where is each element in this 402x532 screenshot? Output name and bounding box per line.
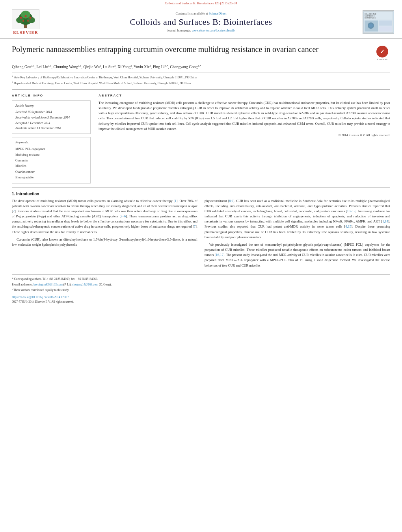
affiliation-a: a State Key Laboratory of Biotherapy/Col… bbox=[12, 74, 390, 80]
svg-rect-19 bbox=[379, 26, 392, 32]
footnotes-section: * Corresponding authors. Tel.: +86 28 85… bbox=[12, 274, 390, 293]
ref-7[interactable]: 7 bbox=[194, 224, 195, 228]
svg-point-7 bbox=[30, 17, 32, 19]
issn-line: 0927-7765/© 2014 Elsevier B.V. All right… bbox=[12, 300, 390, 304]
svg-point-6 bbox=[20, 17, 22, 19]
doi-section: http://dx.doi.org/10.1016/j.colsurfb.201… bbox=[12, 295, 390, 304]
svg-point-9 bbox=[22, 20, 24, 22]
elsevier-logo: ELSEVIER bbox=[8, 9, 43, 35]
ref-10-13[interactable]: 10–13 bbox=[347, 209, 355, 213]
journal-header: ELSEVIER Contents lists available at Sci… bbox=[0, 6, 402, 39]
contents-available-line: Contents lists available at ScienceDirec… bbox=[47, 12, 355, 15]
journal-thumbnail: COLLOIDS AND SURFACES B BIOINTERFACES bbox=[359, 10, 394, 34]
keywords-title: Keywords: bbox=[15, 140, 87, 145]
svg-text:BIOINTERFACES: BIOINTERFACES bbox=[365, 17, 376, 19]
keyword-4: Micelles bbox=[15, 163, 87, 169]
ref-4-15[interactable]: 4,15 bbox=[345, 224, 351, 228]
abstract-column: ABSTRACT The increasing emergence of mul… bbox=[99, 94, 390, 184]
section1-heading: 1. Introduction bbox=[12, 192, 390, 196]
elsevier-tree-image bbox=[12, 9, 39, 29]
homepage-link[interactable]: www.elsevier.com/locate/colsurfb bbox=[192, 29, 234, 32]
section-divider bbox=[12, 187, 390, 188]
received-date: Received 15 September 2014 bbox=[15, 109, 87, 115]
doi-url[interactable]: http://dx.doi.org/10.1016/j.colsurfb.201… bbox=[12, 295, 69, 299]
svg-point-10 bbox=[27, 20, 29, 22]
ref-2[interactable]: 2 bbox=[13, 209, 15, 213]
ref-1[interactable]: 1 bbox=[175, 199, 177, 203]
crossmark-label: CrossMark bbox=[377, 58, 388, 61]
ref-16-17[interactable]: 16,17 bbox=[216, 253, 223, 257]
equal-contribution-note: ¹ These authors contributed equally to t… bbox=[12, 288, 390, 293]
doi-link-line: http://dx.doi.org/10.1016/j.colsurfb.201… bbox=[12, 295, 390, 300]
revised-date: Received in revised form 3 December 2014 bbox=[15, 115, 87, 120]
journal-title-block: Contents lists available at ScienceDirec… bbox=[47, 12, 355, 32]
crossmark-icon: ✓ bbox=[376, 46, 388, 57]
authors-line: Qiheng Goua,1, Lei Liua,1, Chunting Wang… bbox=[12, 64, 390, 70]
keyword-1: MPEG-PCL copolymer bbox=[15, 146, 87, 152]
body-para-4: We previously investigated the use of mo… bbox=[205, 242, 390, 268]
crossmark-logo: ✓ CrossMark bbox=[374, 46, 390, 61]
abstract-heading: ABSTRACT bbox=[99, 94, 390, 97]
affiliation-b: b Department of Medical Oncology, Cancer… bbox=[12, 80, 390, 85]
body-right-column: phytoconstituent [8,9]. CUR has been use… bbox=[205, 198, 390, 271]
body-two-columns: The development of multidrug resistant (… bbox=[12, 198, 390, 271]
body-left-column: The development of multidrug resistant (… bbox=[12, 198, 197, 271]
main-content: Polymeric nanoassemblies entrapping curc… bbox=[0, 39, 402, 308]
top-banner: Colloids and Surfaces B: Biointerfaces 1… bbox=[0, 0, 402, 6]
banner-text: Colloids and Surfaces B: Biointerfaces 1… bbox=[165, 2, 237, 5]
homepage-line: journal homepage: www.elsevier.com/locat… bbox=[47, 29, 355, 32]
ref-8-9[interactable]: 8,9 bbox=[229, 199, 233, 203]
article-title-section: Polymeric nanoassemblies entrapping curc… bbox=[12, 44, 390, 61]
article-history-box: Article history: Received 15 September 2… bbox=[12, 100, 91, 134]
article-info-heading: ARTICLE INFO bbox=[12, 94, 91, 97]
keyword-5: Ovarian cancer bbox=[15, 169, 87, 175]
elsevier-wordmark: ELSEVIER bbox=[13, 30, 38, 35]
keyword-2: Multidrug resistant bbox=[15, 152, 87, 158]
accepted-date: Accepted 5 December 2014 bbox=[15, 120, 87, 126]
copyright-line: © 2014 Elsevier B.V. All rights reserved… bbox=[99, 133, 390, 138]
svg-rect-18 bbox=[379, 20, 392, 26]
email-2-link[interactable]: chygang14@163.com bbox=[72, 283, 98, 286]
info-abstract-section: ARTICLE INFO Article history: Received 1… bbox=[12, 89, 390, 184]
article-title: Polymeric nanoassemblies entrapping curc… bbox=[12, 44, 370, 54]
svg-text:SURFACES B: SURFACES B bbox=[365, 15, 375, 17]
article-info-column: ARTICLE INFO Article history: Received 1… bbox=[12, 94, 91, 184]
keyword-3: Curcumin bbox=[15, 158, 87, 163]
ref-3-6[interactable]: 3–6 bbox=[121, 214, 126, 218]
svg-point-8 bbox=[25, 15, 27, 17]
svg-rect-16 bbox=[365, 20, 392, 20]
svg-point-21 bbox=[369, 24, 373, 28]
history-title: Article history: bbox=[15, 103, 87, 109]
keyword-6: Biodegradable bbox=[15, 175, 87, 180]
sciencedirect-link[interactable]: ScienceDirect bbox=[209, 12, 227, 15]
journal-name-title: Colloids and Surfaces B: Biointerfaces bbox=[47, 17, 355, 27]
available-date: Available online 13 December 2014 bbox=[15, 126, 87, 131]
body-para-3: phytoconstituent [8,9]. CUR has been use… bbox=[205, 198, 390, 240]
body-para-1: The development of multidrug resistant (… bbox=[12, 198, 197, 235]
corresponding-note: * Corresponding authors. Tel.: +86 28 85… bbox=[12, 277, 390, 282]
body-para-2: Curcumin (CUR), also known as diferuloyl… bbox=[12, 237, 197, 247]
ref-1-14[interactable]: 1,14 bbox=[382, 219, 388, 223]
affiliations-block: a State Key Laboratory of Biotherapy/Col… bbox=[12, 72, 390, 85]
abstract-text: The increasing emergence of multidrug-re… bbox=[99, 100, 390, 138]
email-line: E-mail addresses: keepingmd68@163.com (P… bbox=[12, 282, 390, 287]
keywords-box: Keywords: MPEG-PCL copolymer Multidrug r… bbox=[12, 137, 91, 184]
journal-cover-image: COLLOIDS AND SURFACES B BIOINTERFACES bbox=[363, 10, 394, 34]
svg-point-5 bbox=[21, 11, 30, 19]
email-1-link[interactable]: keepingmd68@163.com bbox=[34, 283, 63, 286]
